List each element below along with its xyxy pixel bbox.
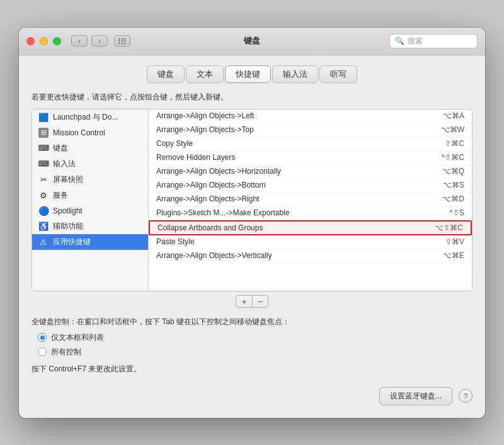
sidebar: 🟦 Launchpad 与 Do... ⊞ Mission Control ⌨ … bbox=[32, 110, 149, 291]
help-button[interactable]: ? bbox=[459, 389, 472, 403]
add-shortcut-button[interactable]: + bbox=[236, 295, 252, 308]
sidebar-item-services[interactable]: ⚙ 服务 bbox=[32, 188, 148, 203]
sidebar-label-services: 服务 bbox=[53, 190, 68, 201]
action-row: 设置蓝牙键盘... ? bbox=[32, 387, 472, 405]
window: ‹ › 键盘 🔍 搜索 键盘 文本 快捷键 输入法 听写 若要更 bbox=[19, 28, 485, 418]
remove-shortcut-button[interactable]: − bbox=[252, 295, 268, 308]
tab-shortcuts[interactable]: 快捷键 bbox=[225, 65, 271, 83]
grid-button[interactable] bbox=[114, 35, 130, 47]
input-method-icon: ⌨ bbox=[38, 161, 49, 167]
sidebar-label-screenshot: 屏幕快照 bbox=[53, 174, 83, 185]
spotlight-icon: 🔵 bbox=[38, 206, 49, 216]
maximize-button[interactable] bbox=[53, 37, 61, 45]
control-hint: 按下 Control+F7 来更改此设置。 bbox=[32, 364, 472, 375]
sidebar-item-launchpad[interactable]: 🟦 Launchpad 与 Do... bbox=[32, 110, 148, 125]
launchpad-icon: 🟦 bbox=[38, 112, 49, 122]
titlebar: ‹ › 键盘 🔍 搜索 bbox=[19, 28, 485, 55]
radio-all-controls-circle[interactable] bbox=[38, 347, 47, 356]
radio-text-list-circle[interactable] bbox=[38, 333, 47, 342]
main-panel: 🟦 Launchpad 与 Do... ⊞ Mission Control ⌨ … bbox=[32, 109, 472, 291]
traffic-lights bbox=[26, 37, 61, 45]
shortcut-row-2[interactable]: Copy Style ⇧⌘C bbox=[149, 137, 472, 151]
shortcut-row-8-selected[interactable]: Collapse Artboards and Groups ⌥⇧⌘C bbox=[149, 220, 472, 235]
sidebar-label-input-method: 输入法 bbox=[53, 159, 76, 169]
tab-keyboard[interactable]: 键盘 bbox=[147, 65, 185, 83]
close-button[interactable] bbox=[26, 37, 35, 45]
sidebar-item-input-method[interactable]: ⌨ 输入法 bbox=[32, 156, 148, 172]
tab-text[interactable]: 文本 bbox=[186, 65, 224, 83]
shortcut-row-9[interactable]: Paste Style ⇧⌘V bbox=[149, 235, 472, 249]
mission-control-icon: ⊞ bbox=[38, 128, 49, 138]
forward-button[interactable]: › bbox=[91, 35, 108, 47]
footer-section: 全键盘控制：在窗口和对话框中，按下 Tab 键在以下控制之间移动键盘焦点： 仅文… bbox=[32, 317, 472, 375]
tab-dictation[interactable]: 听写 bbox=[319, 65, 357, 83]
description: 若要更改快捷键，请选择它，点按组合键，然后键入新键。 bbox=[32, 92, 472, 103]
shortcut-row-5[interactable]: Arrange->Align Objects->Bottom ⌥⌘S bbox=[149, 179, 472, 193]
sidebar-label-accessibility: 辅助功能 bbox=[53, 221, 83, 232]
search-placeholder: 搜索 bbox=[408, 36, 472, 47]
shortcut-row-3[interactable]: Remove Hidden Layers ^⇧⌘C bbox=[149, 151, 472, 165]
bluetooth-keyboard-button[interactable]: 设置蓝牙键盘... bbox=[379, 387, 452, 405]
nav-buttons: ‹ › bbox=[71, 35, 130, 47]
sidebar-label-launchpad: Launchpad 与 Do... bbox=[53, 112, 118, 123]
sidebar-label-keyboard: 键盘 bbox=[53, 143, 68, 154]
sidebar-label-spotlight: Spotlight bbox=[53, 206, 83, 215]
shortcut-row-6[interactable]: Arrange->Align Objects->Right ⌥⌘D bbox=[149, 193, 472, 206]
app-shortcuts-icon: ⚠ bbox=[38, 237, 49, 247]
shortcut-row-10[interactable]: Arrange->Align Objects->Vertically ⌥⌘E bbox=[149, 249, 472, 263]
sidebar-label-mission-control: Mission Control bbox=[53, 128, 105, 137]
radio-text-list-label: 仅文本框和列表 bbox=[51, 332, 104, 343]
minimize-button[interactable] bbox=[40, 37, 48, 45]
accessibility-icon: ♿ bbox=[38, 221, 49, 231]
radio-all-controls[interactable]: 所有控制 bbox=[38, 347, 472, 358]
full-keyboard-title: 全键盘控制：在窗口和对话框中，按下 Tab 键在以下控制之间移动键盘焦点： bbox=[32, 317, 472, 327]
search-icon: 🔍 bbox=[395, 37, 404, 45]
radio-all-controls-label: 所有控制 bbox=[51, 347, 81, 358]
tab-input[interactable]: 输入法 bbox=[272, 65, 318, 83]
shortcut-row-4[interactable]: Arrange->Align Objects->Horizontally ⌥⌘Q bbox=[149, 165, 472, 179]
sidebar-item-accessibility[interactable]: ♿ 辅助功能 bbox=[32, 218, 148, 234]
content: 键盘 文本 快捷键 输入法 听写 若要更改快捷键，请选择它，点按组合键，然后键入… bbox=[19, 55, 485, 418]
shortcut-row-0[interactable]: Arrange->Align Objects->Left ⌥⌘A bbox=[149, 110, 472, 123]
bottom-toolbar: + − bbox=[32, 295, 472, 308]
sidebar-item-spotlight[interactable]: 🔵 Spotlight bbox=[32, 203, 148, 218]
sidebar-item-app-shortcuts[interactable]: ⚠ 应用快捷键 bbox=[32, 234, 148, 250]
keyboard-icon: ⌨ bbox=[38, 145, 49, 151]
back-button[interactable]: ‹ bbox=[71, 35, 88, 47]
sidebar-item-keyboard[interactable]: ⌨ 键盘 bbox=[32, 140, 148, 156]
tabs-bar: 键盘 文本 快捷键 输入法 听写 bbox=[32, 65, 472, 83]
services-icon: ⚙ bbox=[38, 190, 49, 200]
sidebar-item-screenshot[interactable]: ✂ 屏幕快照 bbox=[32, 172, 148, 188]
radio-text-list[interactable]: 仅文本框和列表 bbox=[38, 332, 472, 343]
sidebar-label-app-shortcuts: 应用快捷键 bbox=[53, 237, 91, 247]
right-panel: Arrange->Align Objects->Left ⌥⌘A Arrange… bbox=[149, 110, 472, 291]
window-title: 键盘 bbox=[244, 35, 260, 47]
screenshot-icon: ✂ bbox=[38, 174, 49, 184]
radio-group: 仅文本框和列表 所有控制 bbox=[38, 332, 472, 358]
shortcut-row-1[interactable]: Arrange->Align Objects->Top ⌥⌘W bbox=[149, 123, 472, 137]
shortcut-row-7[interactable]: Plugins->Sketch M...->Make Exportable ^⇧… bbox=[149, 206, 472, 220]
search-box[interactable]: 🔍 搜索 bbox=[389, 34, 478, 48]
sidebar-item-mission-control[interactable]: ⊞ Mission Control bbox=[32, 125, 148, 140]
